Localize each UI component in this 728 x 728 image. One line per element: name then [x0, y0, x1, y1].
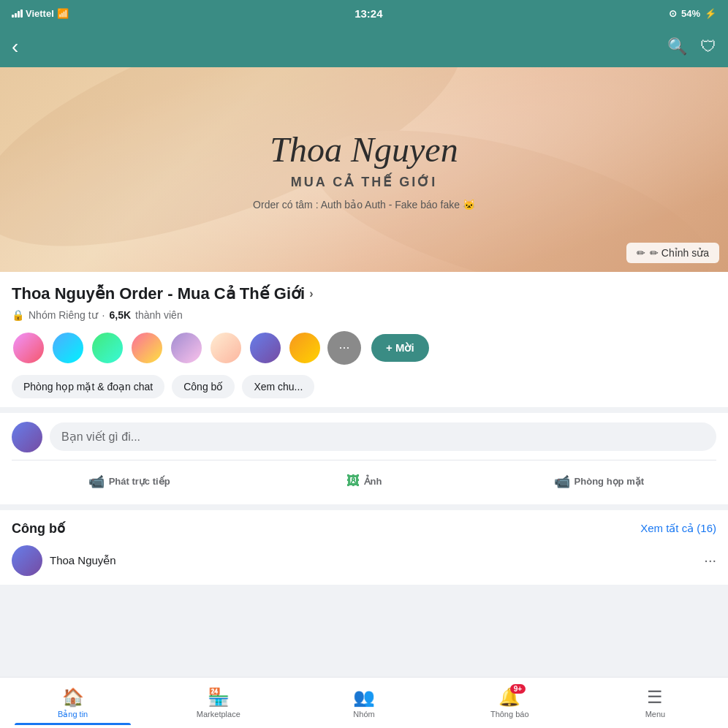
bottom-nav: 🏠 Bảng tin 🏪 Marketplace 👥 Nhóm 🔔 9+ Thô… — [0, 677, 728, 728]
live-button[interactable]: 📹 Phát trực tiếp — [12, 468, 246, 496]
battery-percent: 54% — [681, 8, 700, 19]
member-avatar-5 — [170, 331, 203, 365]
notification-badge: 9+ — [510, 684, 526, 694]
cover-image: Thoa Nguyen MUA CẢ THẾ GIỚI Order có tâm… — [0, 67, 728, 272]
announcement-title: Công bố — [12, 520, 65, 536]
announcement-author: Thoa Nguyễn — [50, 554, 116, 567]
room-icon: 📹 — [554, 474, 570, 490]
nav-item-groups[interactable]: 👥 Nhóm — [291, 681, 436, 724]
search-icon[interactable]: 🔍 — [667, 37, 687, 56]
status-right: ⊙ 54% ⚡ — [669, 8, 716, 19]
status-bar: Viettel 📶 13:24 ⊙ 54% ⚡ — [0, 0, 728, 26]
group-meta: 🔒 Nhóm Riêng tư · 6,5K thành viên — [12, 309, 716, 321]
menu-label: Menu — [645, 710, 666, 718]
post-actions: 📹 Phát trực tiếp 🖼 Ảnh 📹 Phòng họp mặt — [12, 460, 716, 496]
invite-button[interactable]: + Mời — [371, 334, 429, 362]
announcement-more-icon[interactable]: ··· — [704, 552, 716, 569]
post-input-row: Bạn viết gì đi... — [12, 422, 716, 452]
nav-item-menu[interactable]: ☰ Menu — [583, 681, 728, 724]
member-avatar-1 — [12, 331, 45, 365]
member-avatar-7 — [249, 331, 282, 365]
member-avatar-6 — [209, 331, 243, 365]
see-all-link[interactable]: Xem tất cả (16) — [640, 522, 716, 535]
cover-subtitle: MUA CẢ THẾ GIỚI — [291, 174, 437, 190]
section-divider — [0, 407, 728, 413]
gps-icon: ⊙ — [669, 8, 677, 19]
wifi-icon: 📶 — [57, 8, 69, 19]
photo-button[interactable]: 🖼 Ảnh — [246, 468, 481, 496]
carrier-name: Viettel — [26, 8, 54, 19]
home-icon: 🏠 — [62, 687, 84, 708]
marketplace-label: Marketplace — [197, 710, 240, 718]
announcement-avatar — [12, 545, 42, 576]
status-left: Viettel 📶 — [12, 8, 69, 19]
announcement-header: Công bố Xem tất cả (16) — [12, 520, 716, 536]
signal-bars — [12, 9, 23, 18]
lock-icon: 🔒 — [12, 309, 24, 321]
edit-cover-button[interactable]: ✏ ✏ Chỉnh sửa — [626, 243, 719, 263]
meeting-room-button[interactable]: Phòng họp mặt & đoạn chat — [12, 375, 164, 398]
shield-icon[interactable]: 🛡 — [700, 37, 716, 56]
privacy-label: Nhóm Riêng tư — [29, 309, 98, 321]
back-button[interactable]: ‹ — [12, 35, 18, 58]
group-name[interactable]: Thoa Nguyễn Order - Mua Cả Thế Giới › — [12, 284, 716, 305]
home-label: Bảng tin — [58, 710, 88, 719]
live-icon: 📹 — [88, 474, 105, 490]
room-button[interactable]: 📹 Phòng họp mặt — [482, 468, 716, 496]
cover-title: Thoa Nguyen — [270, 129, 458, 171]
announcements-section: Công bố Xem tất cả (16) Thoa Nguyễn ··· — [0, 510, 728, 585]
nav-item-marketplace[interactable]: 🏪 Marketplace — [145, 681, 291, 724]
groups-label: Nhóm — [353, 710, 374, 718]
nav-item-home[interactable]: 🏠 Bảng tin — [0, 681, 145, 725]
nav-bar: ‹ 🔍 🛡 — [0, 26, 728, 67]
action-buttons: Phòng họp mặt & đoạn chat Công bố Xem ch… — [12, 375, 716, 398]
cover-description: Order có tâm : Auth bảo Auth - Fake báo … — [253, 199, 475, 211]
nav-item-notifications[interactable]: 🔔 9+ Thông báo — [437, 681, 583, 724]
member-count: 6,5K — [109, 309, 131, 321]
status-time: 13:24 — [354, 7, 382, 20]
member-avatar-4 — [130, 331, 164, 365]
members-row: ··· + Mời — [12, 331, 716, 365]
post-box: Bạn viết gì đi... 📹 Phát trực tiếp 🖼 Ảnh… — [0, 413, 728, 504]
notifications-label: Thông báo — [490, 710, 529, 718]
member-avatar-2 — [51, 331, 85, 365]
member-avatar-8 — [288, 331, 322, 365]
photo-icon: 🖼 — [346, 474, 360, 489]
nav-icons: 🔍 🛡 — [667, 37, 716, 56]
member-label: thành viên — [135, 309, 183, 321]
announcement-item: Thoa Nguyễn ··· — [12, 545, 716, 585]
more-members-button[interactable]: ··· — [327, 331, 361, 365]
pencil-icon: ✏ — [637, 247, 645, 259]
marketplace-icon: 🏪 — [208, 687, 230, 708]
member-avatar-3 — [91, 331, 124, 365]
group-info: Thoa Nguyễn Order - Mua Cả Thế Giới › 🔒 … — [0, 272, 728, 407]
menu-icon: ☰ — [647, 687, 663, 708]
announce-button[interactable]: Công bố — [172, 375, 235, 398]
group-name-chevron: › — [309, 287, 313, 302]
view-more-button[interactable]: Xem chu... — [242, 375, 314, 398]
battery-icon: ⚡ — [705, 8, 716, 19]
dot-separator: · — [102, 309, 105, 321]
groups-icon: 👥 — [353, 687, 375, 708]
current-user-avatar — [12, 422, 42, 452]
post-input[interactable]: Bạn viết gì đi... — [50, 422, 716, 451]
